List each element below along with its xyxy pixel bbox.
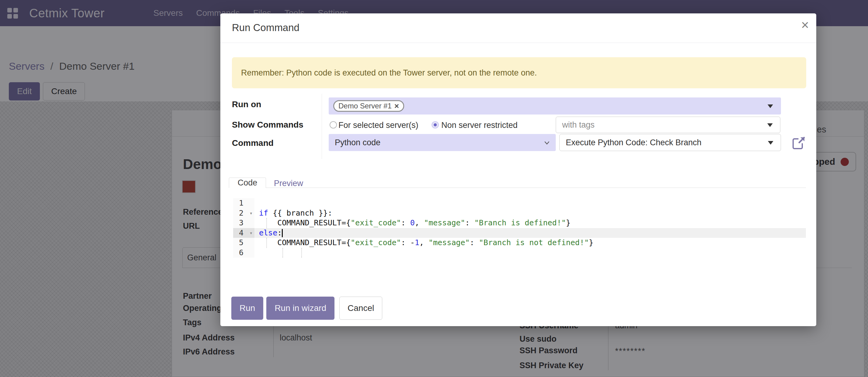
gutter-line-number: 4▾: [233, 228, 254, 238]
server-tag: Demo Server #1 ×: [333, 100, 404, 112]
run-button[interactable]: Run: [231, 297, 263, 320]
gutter-line-number: 2▾: [233, 208, 254, 219]
code-line-6[interactable]: 6: [233, 248, 806, 258]
tags-filter-placeholder: with tags: [562, 120, 595, 130]
chevron-down-icon: [767, 123, 773, 127]
indent-guide: [282, 248, 283, 258]
command-select-value: Execute Python Code: Check Branch: [566, 138, 702, 147]
fold-arrow-icon[interactable]: ▾: [250, 228, 253, 238]
modal-header-divider: [220, 42, 816, 43]
code-line-text[interactable]: COMMAND_RESULT={"exit_code": 0, "message…: [254, 218, 806, 228]
tab-code[interactable]: Code: [229, 177, 266, 188]
run-on-field[interactable]: Demo Server #1 ×: [329, 97, 781, 115]
code-line-1[interactable]: 1: [233, 198, 806, 208]
indent-guide: [266, 218, 267, 228]
indent-guide: [301, 248, 302, 258]
radio-for-selected-servers[interactable]: [330, 121, 337, 128]
code-line-text[interactable]: else:: [254, 228, 806, 238]
code-line-text[interactable]: [254, 248, 806, 258]
text-cursor: [282, 229, 283, 237]
command-type-select[interactable]: Python code: [329, 134, 556, 151]
run-on-label: Run on: [232, 99, 261, 109]
command-select[interactable]: Execute Python Code: Check Branch: [559, 134, 781, 151]
gutter-line-number: 5: [233, 238, 254, 248]
show-commands-label: Show Commands: [232, 120, 304, 130]
code-line-3[interactable]: 3 COMMAND_RESULT={"exit_code": 0, "messa…: [233, 218, 806, 228]
indent-guide: [266, 238, 267, 248]
screen: Cetmix Tower ServersCommandsFilesToolsSe…: [0, 0, 868, 377]
gutter-line-number: 6: [233, 248, 254, 258]
tags-filter-dropdown[interactable]: with tags: [556, 117, 780, 133]
tab-preview[interactable]: Preview: [274, 179, 303, 188]
chevron-down-icon: [768, 105, 773, 108]
code-line-text[interactable]: [254, 198, 806, 208]
code-editor[interactable]: 12▾if {{ branch }}:3 COMMAND_RESULT={"ex…: [233, 198, 806, 258]
gutter-line-number: 3: [233, 218, 254, 228]
warning-text: Remember: Python code is executed on the…: [241, 68, 537, 78]
command-type-value: Python code: [335, 138, 380, 147]
warning-alert: Remember: Python code is executed on the…: [232, 57, 806, 88]
code-line-5[interactable]: 5 COMMAND_RESULT={"exit_code": -1, "mess…: [233, 238, 806, 248]
gutter-line-number: 1: [233, 198, 254, 208]
chevron-down-icon: [768, 141, 773, 145]
radio-for-selected-servers-label[interactable]: For selected server(s): [338, 121, 418, 130]
run-in-wizard-button[interactable]: Run in wizard: [266, 297, 335, 320]
tabs-underline: [229, 187, 806, 188]
tag-remove-icon[interactable]: ×: [395, 102, 399, 110]
cancel-button[interactable]: Cancel: [339, 297, 382, 320]
command-label: Command: [232, 138, 274, 148]
run-command-modal: Run Command × Remember: Python code is e…: [220, 13, 816, 326]
close-icon[interactable]: ×: [801, 18, 809, 32]
radio-non-server-restricted[interactable]: [432, 121, 439, 128]
chevron-down-icon: [544, 140, 550, 146]
form-column-divider: [322, 94, 322, 159]
code-line-text[interactable]: COMMAND_RESULT={"exit_code": -1, "messag…: [254, 238, 806, 248]
fold-arrow-icon[interactable]: ▾: [250, 208, 253, 219]
external-link-icon[interactable]: [792, 136, 806, 150]
radio-non-server-restricted-label[interactable]: Non server restricted: [441, 121, 518, 130]
server-tag-label: Demo Server #1: [338, 102, 392, 110]
code-line-text[interactable]: if {{ branch }}:: [254, 208, 806, 219]
code-line-2[interactable]: 2▾if {{ branch }}:: [233, 208, 806, 219]
code-line-4[interactable]: 4▾else:: [233, 228, 806, 238]
modal-title: Run Command: [232, 22, 300, 33]
